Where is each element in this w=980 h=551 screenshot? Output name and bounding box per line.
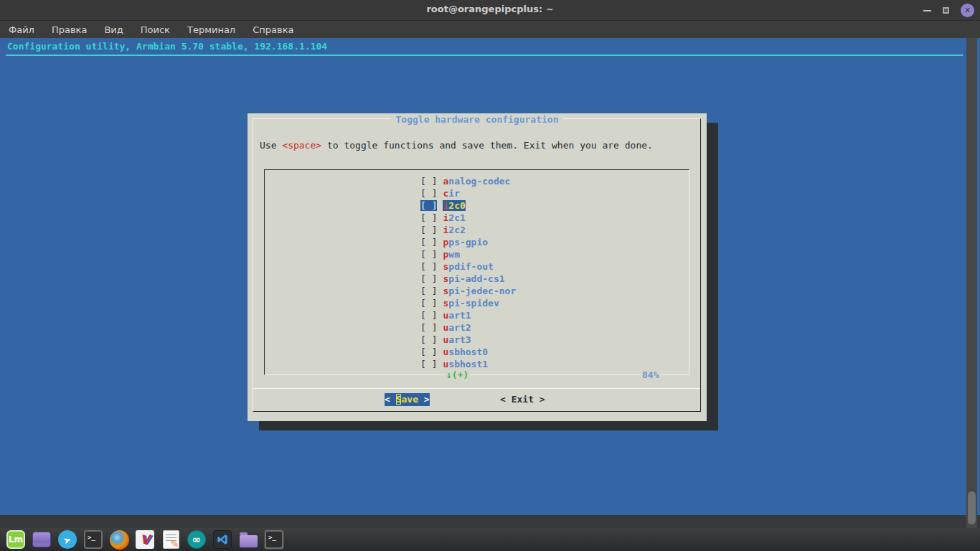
terminal-active-icon[interactable]: >_ — [264, 529, 284, 550]
exit-button[interactable]: < Exit > — [500, 393, 545, 406]
taskbar: Lm ➤ >_ V ∞ >_ ★ i 11:52 — [0, 528, 980, 551]
item-label: i2c0 — [443, 200, 465, 211]
terminal-scrollbar[interactable] — [966, 38, 977, 528]
item-label: usbhost1 — [443, 359, 488, 369]
checkbox[interactable]: [ ] — [420, 200, 437, 211]
dialog-instruction: Use <space> to toggle functions and save… — [260, 139, 653, 151]
text-editor-icon[interactable] — [161, 529, 181, 550]
checkbox[interactable]: [ ] — [420, 322, 437, 333]
toggle-hardware-dialog: Toggle hardware configuration Use <space… — [248, 113, 707, 421]
checkbox[interactable]: [ ] — [420, 225, 437, 235]
close-icon[interactable]: ✕ — [961, 4, 974, 17]
item-label: spi-spidev — [443, 298, 499, 309]
item-label: pwm — [443, 249, 459, 260]
mint-menu-icon[interactable]: Lm — [6, 529, 26, 550]
checklist-item[interactable]: [ ]i2c2 — [420, 224, 516, 236]
dialog-title: Toggle hardware configuration — [248, 113, 707, 126]
config-utility-header: Configuration utility, Armbian 5.70 stab… — [7, 41, 327, 52]
file-manager-icon[interactable] — [238, 529, 258, 550]
scroll-percent: 84% — [641, 369, 660, 381]
dialog-buttons: < Save > < Exit > — [248, 393, 707, 406]
checklist-item[interactable]: [ ]spi-spidev — [420, 297, 516, 309]
checkbox[interactable]: [ ] — [420, 298, 437, 309]
item-label: uart2 — [443, 322, 471, 333]
window-title: root@orangepipcplus: ~ — [0, 4, 980, 14]
checklist-item[interactable]: [ ]spi-jedec-nor — [420, 285, 516, 297]
checklist-item[interactable]: [ ]spdif-out — [420, 260, 516, 273]
checklist-item[interactable]: [ ]cir — [420, 187, 516, 199]
checkbox[interactable]: [ ] — [420, 273, 437, 284]
checkbox[interactable]: [ ] — [420, 334, 437, 345]
desktop: { "window": { "title": "root@orangepipcp… — [0, 0, 980, 551]
menu-item-file[interactable]: Файл — [9, 24, 34, 35]
checkbox[interactable]: [ ] — [420, 261, 437, 272]
checkbox[interactable]: [ ] — [420, 286, 437, 296]
item-label: spi-jedec-nor — [443, 286, 516, 296]
checklist-item[interactable]: [ ]uart2 — [420, 321, 516, 334]
checklist-item[interactable]: [ ]usbhost0 — [420, 346, 516, 358]
item-label: analog-codec — [443, 176, 510, 187]
save-button[interactable]: < Save > — [385, 393, 430, 406]
checkbox[interactable]: [ ] — [420, 359, 437, 369]
checklist-item[interactable]: [ ]i2c1 — [420, 212, 516, 224]
window-titlebar: root@orangepipcplus: ~ ✕ — [0, 0, 980, 21]
checkbox[interactable]: [ ] — [420, 212, 437, 223]
vscode-icon[interactable] — [212, 529, 232, 550]
show-desktop-icon[interactable] — [32, 529, 52, 550]
checkbox[interactable]: [ ] — [420, 347, 437, 357]
minimize-icon[interactable] — [923, 10, 931, 11]
checklist-item[interactable]: [ ]analog-codec — [420, 175, 516, 187]
item-label: i2c1 — [443, 212, 465, 223]
item-label: usbhost0 — [443, 347, 488, 357]
item-label: spdif-out — [443, 261, 493, 272]
hardware-checklist[interactable]: [ ]analog-codec[ ]cir[ ]i2c0[ ]i2c1[ ]i2… — [264, 169, 689, 375]
checklist-item[interactable]: [ ]pwm — [420, 248, 516, 260]
item-label: uart1 — [443, 310, 471, 321]
menu-item-terminal[interactable]: Терминал — [187, 24, 235, 35]
button-separator — [253, 388, 700, 389]
menu-item-view[interactable]: Вид — [104, 24, 123, 35]
firefox-icon[interactable] — [109, 529, 129, 550]
checklist-item[interactable]: [ ]uart3 — [420, 334, 516, 346]
checklist-item[interactable]: [ ]pps-gpio — [420, 236, 516, 248]
item-label: uart3 — [443, 334, 471, 345]
space-key-hint: <space> — [282, 140, 321, 151]
telegram-icon[interactable]: ➤ — [57, 529, 77, 550]
checklist-item[interactable]: [ ]spi-add-cs1 — [420, 273, 516, 285]
arduino-icon[interactable]: ∞ — [187, 529, 207, 550]
paint-app-icon[interactable]: V — [135, 529, 155, 550]
window-bottom-padding — [0, 515, 980, 528]
checkbox[interactable]: [ ] — [420, 249, 437, 260]
save-label-rest: ave — [401, 394, 418, 405]
checklist-item[interactable]: [ ]uart1 — [420, 309, 516, 321]
item-label: i2c2 — [443, 225, 465, 235]
checkbox[interactable]: [ ] — [420, 310, 437, 321]
menu-bar: Файл Правка Вид Поиск Терминал Справка — [0, 21, 980, 38]
scrollbar-thumb[interactable] — [968, 491, 976, 524]
restore-icon[interactable] — [943, 7, 949, 14]
checkbox[interactable]: [ ] — [420, 237, 437, 248]
checkbox[interactable]: [ ] — [420, 188, 437, 199]
menu-item-help[interactable]: Справка — [253, 24, 293, 35]
checkbox[interactable]: [ ] — [420, 176, 437, 187]
menu-item-edit[interactable]: Правка — [52, 24, 87, 35]
more-below-indicator: ↓(+) — [445, 369, 470, 381]
menu-item-search[interactable]: Поиск — [141, 24, 170, 35]
checklist-item[interactable]: [ ]i2c0 — [420, 199, 516, 212]
item-label: pps-gpio — [443, 237, 488, 248]
header-rule — [6, 55, 963, 56]
item-label: spi-add-cs1 — [443, 273, 504, 284]
checklist-rows: [ ]analog-codec[ ]cir[ ]i2c0[ ]i2c1[ ]i2… — [420, 175, 516, 370]
terminal-launcher-icon[interactable]: >_ — [83, 529, 103, 550]
item-label: cir — [443, 188, 459, 199]
